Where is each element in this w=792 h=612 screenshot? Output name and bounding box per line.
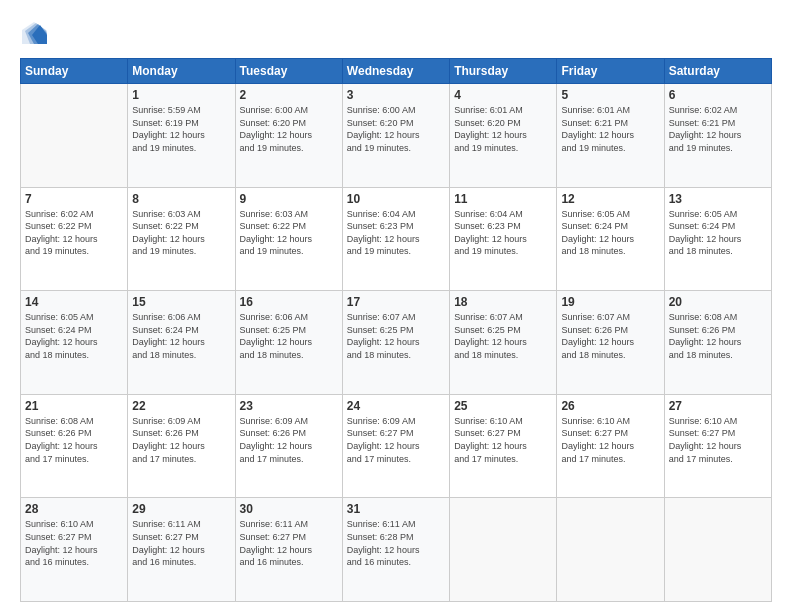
- calendar-day-cell: 27Sunrise: 6:10 AM Sunset: 6:27 PM Dayli…: [664, 394, 771, 498]
- day-number: 19: [561, 295, 659, 309]
- day-info: Sunrise: 6:02 AM Sunset: 6:22 PM Dayligh…: [25, 208, 123, 258]
- calendar-day-cell: 17Sunrise: 6:07 AM Sunset: 6:25 PM Dayli…: [342, 291, 449, 395]
- weekday-header: Wednesday: [342, 59, 449, 84]
- calendar-day-cell: 2Sunrise: 6:00 AM Sunset: 6:20 PM Daylig…: [235, 84, 342, 188]
- day-info: Sunrise: 6:02 AM Sunset: 6:21 PM Dayligh…: [669, 104, 767, 154]
- day-info: Sunrise: 6:01 AM Sunset: 6:20 PM Dayligh…: [454, 104, 552, 154]
- calendar-day-cell: 10Sunrise: 6:04 AM Sunset: 6:23 PM Dayli…: [342, 187, 449, 291]
- day-number: 9: [240, 192, 338, 206]
- weekday-header: Monday: [128, 59, 235, 84]
- calendar-day-cell: 4Sunrise: 6:01 AM Sunset: 6:20 PM Daylig…: [450, 84, 557, 188]
- logo: [20, 18, 52, 48]
- day-number: 30: [240, 502, 338, 516]
- calendar-day-cell: 6Sunrise: 6:02 AM Sunset: 6:21 PM Daylig…: [664, 84, 771, 188]
- logo-icon: [20, 20, 48, 48]
- day-info: Sunrise: 6:10 AM Sunset: 6:27 PM Dayligh…: [561, 415, 659, 465]
- day-info: Sunrise: 6:07 AM Sunset: 6:26 PM Dayligh…: [561, 311, 659, 361]
- day-number: 14: [25, 295, 123, 309]
- calendar-day-cell: 20Sunrise: 6:08 AM Sunset: 6:26 PM Dayli…: [664, 291, 771, 395]
- day-info: Sunrise: 6:03 AM Sunset: 6:22 PM Dayligh…: [132, 208, 230, 258]
- weekday-header: Thursday: [450, 59, 557, 84]
- day-info: Sunrise: 5:59 AM Sunset: 6:19 PM Dayligh…: [132, 104, 230, 154]
- calendar-day-cell: 24Sunrise: 6:09 AM Sunset: 6:27 PM Dayli…: [342, 394, 449, 498]
- calendar-day-cell: 14Sunrise: 6:05 AM Sunset: 6:24 PM Dayli…: [21, 291, 128, 395]
- calendar-day-cell: 18Sunrise: 6:07 AM Sunset: 6:25 PM Dayli…: [450, 291, 557, 395]
- calendar-week-row: 28Sunrise: 6:10 AM Sunset: 6:27 PM Dayli…: [21, 498, 772, 602]
- weekday-header: Friday: [557, 59, 664, 84]
- day-number: 4: [454, 88, 552, 102]
- day-info: Sunrise: 6:09 AM Sunset: 6:26 PM Dayligh…: [132, 415, 230, 465]
- day-number: 18: [454, 295, 552, 309]
- day-info: Sunrise: 6:00 AM Sunset: 6:20 PM Dayligh…: [347, 104, 445, 154]
- day-info: Sunrise: 6:10 AM Sunset: 6:27 PM Dayligh…: [25, 518, 123, 568]
- calendar-week-row: 7Sunrise: 6:02 AM Sunset: 6:22 PM Daylig…: [21, 187, 772, 291]
- day-number: 31: [347, 502, 445, 516]
- day-info: Sunrise: 6:05 AM Sunset: 6:24 PM Dayligh…: [561, 208, 659, 258]
- day-info: Sunrise: 6:10 AM Sunset: 6:27 PM Dayligh…: [669, 415, 767, 465]
- calendar-day-cell: 11Sunrise: 6:04 AM Sunset: 6:23 PM Dayli…: [450, 187, 557, 291]
- calendar-header-row: SundayMondayTuesdayWednesdayThursdayFrid…: [21, 59, 772, 84]
- weekday-header: Saturday: [664, 59, 771, 84]
- calendar-week-row: 21Sunrise: 6:08 AM Sunset: 6:26 PM Dayli…: [21, 394, 772, 498]
- day-number: 25: [454, 399, 552, 413]
- day-info: Sunrise: 6:11 AM Sunset: 6:28 PM Dayligh…: [347, 518, 445, 568]
- day-info: Sunrise: 6:06 AM Sunset: 6:25 PM Dayligh…: [240, 311, 338, 361]
- day-number: 17: [347, 295, 445, 309]
- day-number: 11: [454, 192, 552, 206]
- calendar-table: SundayMondayTuesdayWednesdayThursdayFrid…: [20, 58, 772, 602]
- day-info: Sunrise: 6:04 AM Sunset: 6:23 PM Dayligh…: [347, 208, 445, 258]
- day-number: 3: [347, 88, 445, 102]
- day-number: 28: [25, 502, 123, 516]
- calendar-day-cell: 13Sunrise: 6:05 AM Sunset: 6:24 PM Dayli…: [664, 187, 771, 291]
- day-info: Sunrise: 6:11 AM Sunset: 6:27 PM Dayligh…: [132, 518, 230, 568]
- calendar-day-cell: 1Sunrise: 5:59 AM Sunset: 6:19 PM Daylig…: [128, 84, 235, 188]
- day-info: Sunrise: 6:01 AM Sunset: 6:21 PM Dayligh…: [561, 104, 659, 154]
- calendar-day-cell: 30Sunrise: 6:11 AM Sunset: 6:27 PM Dayli…: [235, 498, 342, 602]
- calendar-day-cell: 28Sunrise: 6:10 AM Sunset: 6:27 PM Dayli…: [21, 498, 128, 602]
- calendar-day-cell: 8Sunrise: 6:03 AM Sunset: 6:22 PM Daylig…: [128, 187, 235, 291]
- day-info: Sunrise: 6:04 AM Sunset: 6:23 PM Dayligh…: [454, 208, 552, 258]
- header: [20, 18, 772, 48]
- day-info: Sunrise: 6:09 AM Sunset: 6:27 PM Dayligh…: [347, 415, 445, 465]
- day-number: 7: [25, 192, 123, 206]
- calendar-week-row: 14Sunrise: 6:05 AM Sunset: 6:24 PM Dayli…: [21, 291, 772, 395]
- day-number: 13: [669, 192, 767, 206]
- calendar-day-cell: 25Sunrise: 6:10 AM Sunset: 6:27 PM Dayli…: [450, 394, 557, 498]
- calendar-day-cell: 5Sunrise: 6:01 AM Sunset: 6:21 PM Daylig…: [557, 84, 664, 188]
- day-number: 12: [561, 192, 659, 206]
- day-number: 24: [347, 399, 445, 413]
- calendar-day-cell: 12Sunrise: 6:05 AM Sunset: 6:24 PM Dayli…: [557, 187, 664, 291]
- day-number: 2: [240, 88, 338, 102]
- day-number: 29: [132, 502, 230, 516]
- day-number: 16: [240, 295, 338, 309]
- calendar-day-cell: [450, 498, 557, 602]
- day-info: Sunrise: 6:06 AM Sunset: 6:24 PM Dayligh…: [132, 311, 230, 361]
- calendar-day-cell: 19Sunrise: 6:07 AM Sunset: 6:26 PM Dayli…: [557, 291, 664, 395]
- calendar-day-cell: [664, 498, 771, 602]
- day-info: Sunrise: 6:10 AM Sunset: 6:27 PM Dayligh…: [454, 415, 552, 465]
- calendar-day-cell: 31Sunrise: 6:11 AM Sunset: 6:28 PM Dayli…: [342, 498, 449, 602]
- calendar-day-cell: 7Sunrise: 6:02 AM Sunset: 6:22 PM Daylig…: [21, 187, 128, 291]
- day-info: Sunrise: 6:00 AM Sunset: 6:20 PM Dayligh…: [240, 104, 338, 154]
- day-number: 20: [669, 295, 767, 309]
- day-number: 22: [132, 399, 230, 413]
- day-info: Sunrise: 6:07 AM Sunset: 6:25 PM Dayligh…: [454, 311, 552, 361]
- calendar-day-cell: [21, 84, 128, 188]
- day-info: Sunrise: 6:07 AM Sunset: 6:25 PM Dayligh…: [347, 311, 445, 361]
- calendar-day-cell: 9Sunrise: 6:03 AM Sunset: 6:22 PM Daylig…: [235, 187, 342, 291]
- day-info: Sunrise: 6:09 AM Sunset: 6:26 PM Dayligh…: [240, 415, 338, 465]
- day-number: 10: [347, 192, 445, 206]
- day-info: Sunrise: 6:05 AM Sunset: 6:24 PM Dayligh…: [25, 311, 123, 361]
- calendar-day-cell: 15Sunrise: 6:06 AM Sunset: 6:24 PM Dayli…: [128, 291, 235, 395]
- day-number: 27: [669, 399, 767, 413]
- day-info: Sunrise: 6:08 AM Sunset: 6:26 PM Dayligh…: [669, 311, 767, 361]
- calendar-day-cell: 22Sunrise: 6:09 AM Sunset: 6:26 PM Dayli…: [128, 394, 235, 498]
- calendar-day-cell: 3Sunrise: 6:00 AM Sunset: 6:20 PM Daylig…: [342, 84, 449, 188]
- day-info: Sunrise: 6:11 AM Sunset: 6:27 PM Dayligh…: [240, 518, 338, 568]
- day-number: 5: [561, 88, 659, 102]
- day-number: 23: [240, 399, 338, 413]
- calendar-day-cell: 23Sunrise: 6:09 AM Sunset: 6:26 PM Dayli…: [235, 394, 342, 498]
- day-number: 8: [132, 192, 230, 206]
- calendar-week-row: 1Sunrise: 5:59 AM Sunset: 6:19 PM Daylig…: [21, 84, 772, 188]
- weekday-header: Tuesday: [235, 59, 342, 84]
